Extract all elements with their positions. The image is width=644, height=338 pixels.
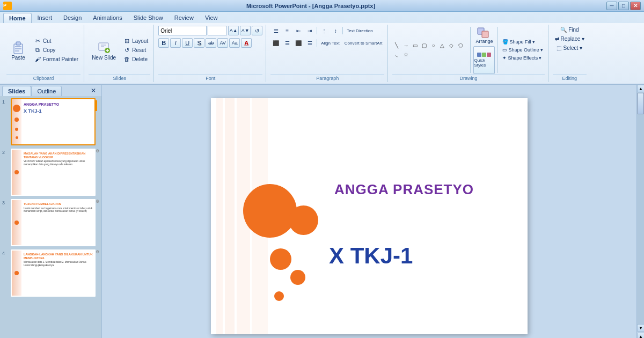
cut-button[interactable]: ✂ Cut [32,36,80,46]
drawing-content: ╲ → ▭ ▢ ○ △ ◇ ⬠ ◟ ☆ [392,26,544,74]
increase-font-button[interactable]: A▲ [228,26,239,35]
select-dropdown[interactable]: ▾ [580,45,582,51]
text-direction-button[interactable]: Text Direction [345,26,375,35]
format-painter-button[interactable]: 🖌 Format Painter [32,55,80,63]
font-name-input[interactable] [158,26,207,35]
align-left-button[interactable]: ⬛ [270,38,281,48]
layout-button[interactable]: ⊞ Layout [121,36,150,46]
scroll-down-button[interactable]: ▼ [637,324,644,332]
replace-dropdown[interactable]: ▾ [582,36,584,42]
scroll-thumb[interactable] [638,93,644,114]
line-shape[interactable]: ╲ [392,41,401,50]
effects-dropdown-icon[interactable]: ▾ [539,55,541,61]
align-right-button[interactable]: ⬛ [293,38,304,48]
slides-tab[interactable]: Slides [2,86,31,96]
bullets-button[interactable]: ☰ [270,26,281,35]
underline-button[interactable]: U [182,38,193,48]
tab-view[interactable]: View [200,13,223,23]
justify-button[interactable]: ☰ [304,38,315,48]
right-scrollbar[interactable]: ▲ ▼ ▲ ▼ [636,85,644,338]
shape-effects-button[interactable]: ✦ Shape Effects ▾ [501,55,544,61]
main-slide-canvas[interactable]: ANGGA PRASETYO X TKJ-1 [211,98,528,334]
tab-insert[interactable]: Insert [32,13,58,23]
decrease-indent-button[interactable]: ⇤ [293,26,304,35]
thumb-1-subtitle: X TKJ-1 [24,108,92,114]
close-button[interactable]: ✕ [630,2,641,10]
font-size-input[interactable] [208,26,227,35]
app-icon: P [3,2,12,10]
decrease-font-button[interactable]: A▼ [240,26,251,35]
ribbon-tabs: Home Insert Design Animations Slide Show… [0,12,644,23]
replace-button[interactable]: ⇄ Replace ▾ [553,35,587,43]
outline-tab[interactable]: Outline [31,86,62,96]
increase-indent-button[interactable]: ⇥ [304,26,315,35]
slide-thumb-1[interactable]: 1 ANGGA PRASETYO X TKJ-1 [2,98,99,145]
slide-thumb-2[interactable]: 2 MASALAH YANG AKAN DIPRESENTASIKAN TENT… [2,149,99,196]
slide-thumb-img-3[interactable]: TUJUAN PEMBELAJARAN Untuk memberi tau ba… [11,199,96,246]
slide-title-text[interactable]: ANGGA PRASETYO [334,181,474,198]
scroll-up-button[interactable]: ▲ [637,85,644,92]
paste-button[interactable]: Paste [6,39,30,62]
window-controls[interactable]: ─ □ ✕ [606,2,641,10]
char-spacing-button[interactable]: AV [217,38,228,48]
convert-smartart-button[interactable]: Convert to SmartArt [342,38,385,48]
italic-button[interactable]: I [170,38,181,48]
line-spacing-button[interactable]: ↕ [330,26,341,35]
delete-button[interactable]: 🗑 Delete [121,55,150,63]
shadow-button[interactable]: S [194,38,204,48]
slide-thumb-3[interactable]: 3 TUJUAN PEMBELAJARAN Untuk memberi tau … [2,199,99,246]
align-text-button[interactable]: Align Text [319,38,342,48]
outline-dropdown-icon[interactable]: ▾ [540,47,543,53]
pentagon-shape[interactable]: ⬠ [456,41,465,50]
scroll-to-prev-slide-button[interactable]: ▲ [637,333,644,338]
slide-thumb-4[interactable]: 4 LANGKAH-LANGKAH YANG DILAKUKAN UNTUK M… [2,249,99,297]
font-color-button[interactable]: A [241,38,252,48]
paste-icon [10,40,27,55]
shape-props-section: 🪣 Shape Fill ▾ ▭ Shape Outline ▾ ✦ Shape… [501,39,544,61]
shape-outline-button[interactable]: ▭ Shape Outline ▾ [501,47,544,53]
rounded-rect-shape[interactable]: ▢ [420,41,428,50]
tab-slideshow[interactable]: Slide Show [128,13,169,23]
ribbon: Home Insert Design Animations Slide Show… [0,12,644,85]
star-shape[interactable]: ☆ [401,50,410,59]
new-slide-button[interactable]: New Slide [89,39,119,62]
shape-fill-button[interactable]: 🪣 Shape Fill ▾ [501,39,544,45]
diamond-shape[interactable]: ◇ [447,41,456,50]
tab-home[interactable]: Home [3,13,32,23]
copy-button[interactable]: ⧉ Copy [32,46,80,55]
slide-thumb-img-2[interactable]: MASALAH YANG AKAN DIPRESENTASIKAN TENTAN… [11,149,96,196]
arrow-shape[interactable]: → [401,41,410,50]
strikethrough-button[interactable]: ab [206,38,216,48]
numbered-list-button[interactable]: ≡ [282,26,292,35]
tab-review[interactable]: Review [169,13,199,23]
align-center-button[interactable]: ☰ [282,38,292,48]
select-button[interactable]: ⬚ Select ▾ [554,44,584,52]
bold-button[interactable]: B [158,38,169,48]
ribbon-content: Paste ✂ Cut ⧉ Copy 🖌 Format Painter [0,23,644,84]
slide-subtitle-text[interactable]: X TKJ-1 [329,243,413,269]
slide-thumb-img-1[interactable]: ANGGA PRASETYO X TKJ-1 [11,98,96,145]
fill-dropdown-icon[interactable]: ▾ [532,39,535,45]
scroll-track[interactable] [637,92,644,324]
thumb-1-title: ANGGA PRASETYO [24,102,92,106]
reset-button[interactable]: ↺ Reset [121,46,150,55]
svg-rect-1 [16,42,20,45]
slide-thumb-img-4[interactable]: LANGKAH-LANGKAH YANG DILAKUKAN UNTUK MEM… [11,249,96,297]
tab-animations[interactable]: Animations [87,13,127,23]
arrange-button[interactable]: Arrange [473,26,495,45]
clear-format-button[interactable]: ↺ [252,26,262,35]
oval-shape[interactable]: ○ [429,41,437,50]
maximize-button[interactable]: □ [618,2,629,10]
callout-shape[interactable]: ◟ [392,50,401,59]
paste-label: Paste [11,55,25,61]
tab-design[interactable]: Design [58,13,87,23]
panel-close-button[interactable]: ✕ [87,86,99,96]
minimize-button[interactable]: ─ [606,2,617,10]
case-button[interactable]: Aa [229,38,240,48]
copy-icon: ⧉ [34,47,41,54]
rect-shape[interactable]: ▭ [411,41,419,50]
columns-button[interactable]: ⋮ [319,26,330,35]
find-button[interactable]: 🔍 Find [558,26,581,34]
triangle-shape[interactable]: △ [438,41,447,50]
quick-styles-button[interactable]: Quick Styles [473,46,495,74]
